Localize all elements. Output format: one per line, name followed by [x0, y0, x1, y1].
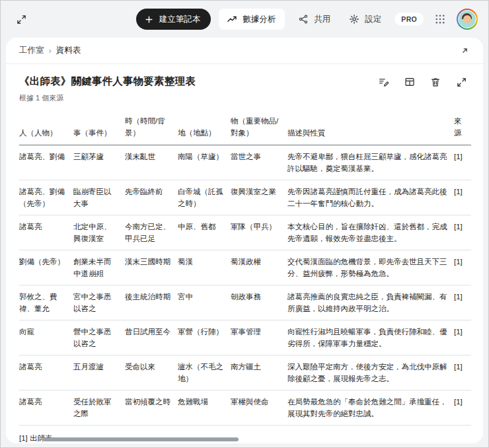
cell-person: 諸葛亮、劉備 [19, 145, 73, 180]
column-header-person: 人（人物） [19, 112, 73, 145]
expand-window-button[interactable] [13, 11, 30, 28]
cell-description: 交代蜀漢面臨的危機背景，即先帝去世且天下三分、益州疲弊，形勢極為危急。 [287, 250, 454, 285]
column-header-place: 地（地點） [178, 112, 231, 145]
cell-event: 創業未半而中道崩殂 [73, 250, 125, 285]
cell-object: 軍隊（甲兵） [231, 215, 287, 250]
data-analytics-label: 數據分析 [243, 14, 276, 25]
cell-time: 昔日試用至今 [125, 320, 178, 355]
cell-person: 向寵 [19, 320, 73, 355]
plus-icon [144, 15, 154, 24]
source-citation[interactable]: [1] [454, 285, 471, 320]
pro-badge: PRO [395, 13, 424, 26]
cell-description: 本文核心目的，旨在攘除奸凶、還於舊都，完成先帝遺願，報效先帝並盡忠後主。 [287, 215, 454, 250]
source-citation[interactable]: [1] [454, 391, 471, 426]
cell-object: 軍權與使命 [231, 391, 287, 426]
cell-description: 在局勢最危急的「奉命於危難之間」承擔重任，展現其對先帝的絕對忠誠。 [287, 391, 454, 426]
create-notebook-button[interactable]: 建立筆記本 [136, 9, 211, 30]
table-row: 劉備（先帝） 創業未半而中道崩殂 漢末三國時期 蜀漢 蜀漢政權 交代蜀漢面臨的危… [19, 250, 471, 285]
account-avatar[interactable] [457, 9, 478, 30]
cell-place: 宮中 [178, 285, 231, 320]
share-button[interactable]: 共用 [293, 9, 336, 30]
cell-event: 北定中原、興復漢室 [73, 215, 125, 250]
cell-place: 中原、舊都 [178, 215, 231, 250]
breadcrumb-studio[interactable]: 工作室 [19, 45, 44, 56]
apps-grid-button[interactable] [432, 11, 449, 28]
avatar-image [458, 10, 476, 28]
cell-description: 向寵性行淑均且曉暢軍事，負責使行陣和睦、優劣得所，保障軍事力量穩定。 [287, 320, 454, 355]
horizontal-scrollbar[interactable] [43, 437, 239, 441]
source-citation[interactable]: [1] [454, 180, 471, 215]
table-row: 諸葛亮 北定中原、興復漢室 今南方已定、甲兵已足 中原、舊都 軍隊（甲兵） 本文… [19, 215, 471, 250]
cell-time: 當初傾覆之時 [125, 391, 178, 426]
sheet-actions [377, 75, 469, 89]
source-citation[interactable]: [1] [454, 320, 471, 355]
cell-object: 當世之事 [231, 145, 287, 180]
delete-button[interactable] [428, 75, 443, 89]
cell-person: 諸葛亮 [19, 215, 73, 250]
open-in-full-icon [456, 77, 467, 88]
breadcrumb: 工作室 › 資料表 [6, 38, 483, 64]
cell-time: 漢末亂世 [125, 145, 178, 180]
cell-object: 復興漢室之業 [231, 180, 287, 215]
cell-object: 軍事管理 [231, 320, 287, 355]
table-row: 諸葛亮、劉備（先帝） 臨崩寄臣以大事 先帝臨終前 白帝城（託孤之時） 復興漢室之… [19, 180, 471, 215]
cell-time: 先帝臨終前 [125, 180, 178, 215]
settings-label: 設定 [365, 14, 381, 25]
cell-event: 臨崩寄臣以大事 [73, 180, 125, 215]
cell-description: 先帝不避卑鄙，猥自枉屈三顧草廬，感化諸葛亮許以驅馳，奠定蜀漢基業。 [287, 145, 454, 180]
gear-icon [349, 14, 359, 24]
table-row: 諸葛亮 五月渡瀘 受命以來 瀘水（不毛之地） 南方疆土 深入艱險平定南方，使後方… [19, 355, 471, 391]
source-citation[interactable]: [1] [454, 215, 471, 250]
breadcrumb-separator-icon: › [49, 46, 52, 56]
cell-event: 營中之事悉以咨之 [73, 320, 125, 355]
cell-description: 先帝因諸葛亮謹慎而託付重任，成為諸葛亮此後二十一年奮鬥的核心動力。 [287, 180, 454, 215]
source-citation[interactable]: [1] [454, 250, 471, 285]
cell-event: 三顧茅廬 [73, 145, 125, 180]
cell-event: 宮中之事悉以咨之 [73, 285, 125, 320]
header-row: 人（人物） 事（事件） 時（時間/背景） 地（地點） 物（重要物品/對象） 描述… [19, 112, 471, 145]
cell-description: 諸葛亮推薦的良實忠純之臣，負責裨補闕漏、有所廣益，以維持內政平明之治。 [287, 285, 454, 320]
topbar-actions: 建立筆記本 數據分析 共用 [136, 9, 478, 30]
settings-button[interactable]: 設定 [344, 9, 387, 30]
source-citation[interactable]: [1] [454, 145, 471, 180]
table-icon [404, 76, 416, 88]
cell-place: 蜀漢 [178, 250, 231, 285]
cell-object: 朝政事務 [231, 285, 287, 320]
cell-event: 五月渡瀘 [73, 355, 125, 391]
data-table: 人（人物） 事（事件） 時（時間/背景） 地（地點） 物（重要物品/對象） 描述… [19, 112, 471, 426]
apps-grid-icon [434, 13, 446, 25]
source-citation[interactable]: [1] [454, 355, 471, 391]
edit-table-button[interactable] [377, 75, 391, 89]
cell-place: 危難戰場 [178, 391, 231, 426]
cell-place: 南陽（草廬） [178, 145, 231, 180]
cell-time: 今南方已定、甲兵已足 [125, 215, 178, 250]
trash-icon [430, 76, 441, 88]
cell-place: 瀘水（不毛之地） [178, 355, 231, 391]
cell-place: 白帝城（託孤之時） [178, 180, 231, 215]
fullscreen-button[interactable] [454, 75, 469, 89]
data-table-container: 人（人物） 事（事件） 時（時間/背景） 地（地點） 物（重要物品/對象） 描述… [6, 110, 483, 426]
cell-time: 後主統治時期 [125, 285, 178, 320]
table-row: 向寵 營中之事悉以咨之 昔日試用至今 軍營（行陣） 軍事管理 向寵性行淑均且曉暢… [19, 320, 471, 355]
share-icon [298, 14, 309, 24]
open-in-full-icon [16, 14, 27, 25]
breadcrumb-datatable: 資料表 [56, 45, 81, 56]
column-header-time: 時（時間/背景） [125, 112, 178, 145]
topbar: 建立筆記本 數據分析 共用 [1, 1, 488, 38]
cell-event: 受任於敗軍之際 [73, 391, 125, 426]
sheet-header: 《出師表》關鍵事件人事物要素整理表 根據 1 個來源 [6, 64, 483, 110]
cell-time: 受命以來 [125, 355, 178, 391]
column-header-source: 來源 [454, 112, 471, 145]
studio-panel: 工作室 › 資料表 《出師表》關鍵事件人事物要素整理表 根據 1 個來源 [6, 38, 483, 443]
source-count-label: 根據 1 個來源 [19, 93, 470, 103]
table-view-button[interactable] [402, 75, 417, 89]
share-label: 共用 [314, 14, 330, 25]
cell-person: 郭攸之、費禕、董允 [19, 285, 73, 320]
data-analytics-button[interactable]: 數據分析 [219, 9, 285, 30]
line-chart-icon [227, 14, 237, 24]
cell-person: 諸葛亮 [19, 355, 73, 391]
cell-place: 軍營（行陣） [178, 320, 231, 355]
cell-person: 諸葛亮、劉備（先帝） [19, 180, 73, 215]
column-header-object: 物（重要物品/對象） [231, 112, 287, 145]
popout-panel-button[interactable] [458, 44, 471, 57]
